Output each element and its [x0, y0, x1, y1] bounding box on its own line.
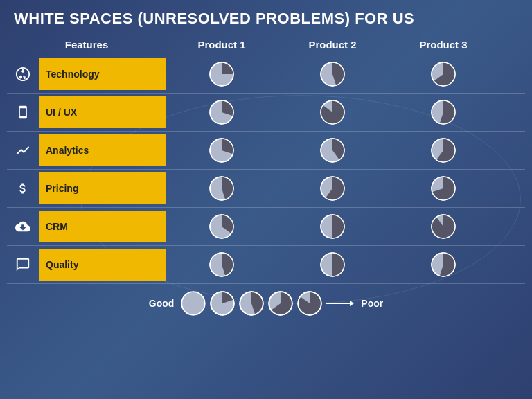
main-container: WHITE SPACES (UNRESOLVED PROBLEMS) FOR U…	[0, 0, 532, 399]
feature-cell-3: Pricing	[7, 172, 166, 204]
feature-label-3: Pricing	[39, 172, 166, 204]
feature-label-0: Technology	[39, 58, 166, 90]
legend-scale	[181, 291, 354, 316]
product2-cell-3	[277, 176, 388, 201]
product2-cell-0	[277, 62, 388, 87]
product1-cell-2	[166, 138, 277, 163]
table-row: UI / UX	[7, 93, 525, 131]
legend-arrow-line	[326, 299, 354, 308]
feature-label-2: Analytics	[39, 134, 166, 166]
feature-cell-4: CRM	[7, 211, 166, 242]
product3-cell-3	[388, 176, 499, 201]
feature-label-5: Quality	[39, 249, 166, 281]
feature-label-4: CRM	[39, 211, 166, 242]
feature-cell-2: Analytics	[7, 134, 166, 166]
feature-icon-4	[7, 211, 39, 242]
product3-cell-4	[388, 214, 499, 239]
product3-cell-1	[388, 100, 499, 125]
product2-cell-1	[277, 100, 388, 125]
table-row: Pricing	[7, 169, 525, 207]
table-row: Quality	[7, 245, 525, 284]
feature-icon-0	[7, 58, 39, 90]
table-header: Features Product 1 Product 2 Product 3	[7, 35, 525, 55]
legend: Good Poor	[0, 284, 532, 321]
svg-point-36	[182, 292, 206, 315]
product1-cell-0	[166, 62, 277, 87]
product2-cell-2	[277, 138, 388, 163]
product3-cell-0	[388, 62, 499, 87]
feature-cell-5: Quality	[7, 249, 166, 281]
header-product1: Product 1	[166, 39, 277, 51]
feature-icon-5	[7, 249, 39, 281]
table-rows: Technology UI / UX	[7, 55, 525, 284]
product1-cell-3	[166, 176, 277, 201]
product3-cell-5	[388, 252, 499, 277]
product3-cell-2	[388, 138, 499, 163]
product1-cell-5	[166, 252, 277, 277]
feature-cell-1: UI / UX	[7, 96, 166, 128]
feature-icon-2	[7, 134, 39, 166]
feature-icon-1	[7, 96, 39, 128]
legend-poor-label: Poor	[361, 298, 383, 309]
header-product2: Product 2	[277, 39, 388, 51]
header-features: Features	[7, 39, 166, 51]
feature-cell-0: Technology	[7, 58, 166, 90]
table-row: Technology	[7, 55, 525, 93]
page-title: WHITE SPACES (UNRESOLVED PROBLEMS) FOR U…	[0, 0, 532, 35]
table-row: Analytics	[7, 131, 525, 169]
feature-label-1: UI / UX	[39, 96, 166, 128]
comparison-table: Features Product 1 Product 2 Product 3 T…	[0, 35, 532, 284]
svg-marker-46	[350, 301, 354, 306]
product1-cell-1	[166, 100, 277, 125]
header-product3: Product 3	[388, 39, 499, 51]
product1-cell-4	[166, 214, 277, 239]
table-row: CRM	[7, 207, 525, 245]
feature-icon-3	[7, 172, 39, 204]
product2-cell-4	[277, 214, 388, 239]
legend-good-label: Good	[149, 298, 175, 309]
product2-cell-5	[277, 252, 388, 277]
